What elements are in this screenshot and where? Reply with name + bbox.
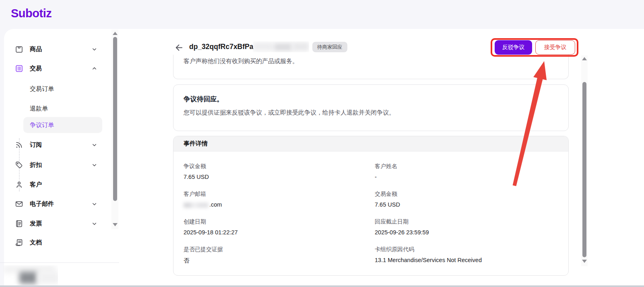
scroll-down-arrow-icon[interactable] xyxy=(582,260,587,263)
field-dispute-amount: 争议金额 7.65 USD xyxy=(184,163,375,191)
scroll-down-arrow-icon[interactable] xyxy=(113,223,118,226)
redacted-email-block xyxy=(184,203,208,208)
package-icon xyxy=(14,45,23,53)
scroll-up-arrow-icon[interactable] xyxy=(113,32,118,35)
claim-text: 客户声称他们没有收到购买的产品或服务。 xyxy=(184,57,568,65)
field-response-deadline: 回应截止日期 2025-09-26 23:59:59 xyxy=(375,218,568,246)
dispute-id-redacted xyxy=(253,41,309,52)
field-value: 13.1 Merchandise/Services Not Received xyxy=(375,257,568,263)
sidebar-item-products[interactable]: 商品 xyxy=(10,41,103,57)
sidebar-item-transaction-orders[interactable]: 交易订单 xyxy=(23,81,102,97)
field-created-date: 创建日期 2025-09-18 01:22:27 xyxy=(184,218,375,246)
event-details-header: 事件详情 xyxy=(173,136,568,152)
field-customer-name: 客户姓名 - xyxy=(375,163,568,191)
rebut-dispute-button[interactable]: 反驳争议 xyxy=(495,40,532,55)
window-bottom-edge xyxy=(0,285,644,287)
submenu-item-label: 退款单 xyxy=(30,105,48,113)
accept-dispute-button[interactable]: 接受争议 xyxy=(535,40,575,55)
sidebar-item-docs[interactable]: 文档 xyxy=(10,234,103,250)
sidebar-footer-divider xyxy=(0,262,119,263)
field-label: 交易金额 xyxy=(375,191,568,198)
submenu-item-label: 争议订单 xyxy=(30,121,54,129)
account-avatar-redacted[interactable] xyxy=(3,265,58,285)
sidebar-item-subscriptions[interactable]: 订阅 xyxy=(10,137,103,153)
rss-icon xyxy=(14,140,23,149)
scroll-up-arrow-icon[interactable] xyxy=(582,57,587,60)
field-customer-email: 客户邮箱 .com xyxy=(184,191,375,218)
main-scrollbar[interactable] xyxy=(581,55,588,266)
event-details-title: 事件详情 xyxy=(184,140,208,148)
field-value: 7.65 USD xyxy=(184,174,375,180)
field-label: 是否已提交证据 xyxy=(184,246,375,253)
sidebar-item-label: 客户 xyxy=(30,181,42,189)
sidebar-item-label: 文档 xyxy=(30,239,42,246)
sidebar-item-label: 发票 xyxy=(30,220,42,228)
sidebar-item-refund-orders[interactable]: 退款单 xyxy=(23,100,102,117)
scrollbar-thumb[interactable] xyxy=(582,82,586,257)
field-label: 回应截止日期 xyxy=(375,218,568,226)
page-title: dp_32qqfRc7xBfPa xyxy=(189,43,254,51)
chevron-down-icon xyxy=(91,221,97,227)
field-label: 卡组织原因代码 xyxy=(375,246,568,253)
sidebar-item-discounts[interactable]: 折扣 xyxy=(10,157,103,173)
field-value: .com xyxy=(184,201,375,208)
submenu-item-label: 交易订单 xyxy=(30,85,54,93)
tag-icon xyxy=(14,160,23,169)
chevron-up-icon xyxy=(91,66,97,72)
app-window: Subotiz 商品 交易 交易订单 退款单 xyxy=(0,0,644,287)
brand-logo[interactable]: Subotiz xyxy=(11,7,52,20)
notice-description: 您可以提供证据来反驳该争议，或立即接受此争议，给持卡人退款并关闭争议。 xyxy=(184,109,568,117)
field-value: - xyxy=(375,174,568,180)
sidebar-item-email[interactable]: 电子邮件 xyxy=(10,196,103,212)
document-icon xyxy=(14,238,23,247)
list-icon xyxy=(14,64,23,73)
sidebar-scrollbar[interactable] xyxy=(111,30,118,229)
sidebar-item-label: 交易 xyxy=(30,65,42,72)
field-value: 2025-09-26 23:59:59 xyxy=(375,229,568,236)
scrollbar-thumb[interactable] xyxy=(113,37,117,201)
chevron-down-icon xyxy=(91,201,97,207)
invoice-icon xyxy=(14,219,23,228)
sidebar-item-label: 订阅 xyxy=(30,141,42,149)
mail-icon xyxy=(14,199,23,208)
field-evidence-submitted: 是否已提交证据 否 xyxy=(184,246,375,274)
field-value: 7.65 USD xyxy=(375,201,568,208)
sidebar-item-transactions[interactable]: 交易 xyxy=(10,60,103,76)
sidebar-item-label: 商品 xyxy=(30,45,42,53)
dispute-claim-card: 客户声称他们没有收到购买的产品或服务。 xyxy=(173,55,569,79)
field-reason-code: 卡组织原因代码 13.1 Merchandise/Services Not Re… xyxy=(375,246,568,274)
person-icon xyxy=(14,180,23,189)
status-badge: 待商家回应 xyxy=(312,42,347,52)
sidebar-item-customers[interactable]: 客户 xyxy=(10,176,103,193)
field-label: 客户邮箱 xyxy=(184,191,375,198)
top-header: Subotiz xyxy=(0,0,644,29)
event-details-grid: 争议金额 7.65 USD 客户姓名 - 客户邮箱 .com 交易金额 7.65… xyxy=(173,152,568,274)
sidebar-item-invoices[interactable]: 发票 xyxy=(10,215,103,232)
arrow-left-icon xyxy=(174,43,184,52)
field-label: 争议金额 xyxy=(184,163,375,170)
chevron-down-icon xyxy=(91,142,97,148)
field-value: 否 xyxy=(184,257,375,264)
notice-title: 争议待回应。 xyxy=(184,95,568,104)
back-button[interactable] xyxy=(173,42,184,53)
chevron-down-icon xyxy=(91,162,97,168)
field-label: 客户姓名 xyxy=(375,163,568,170)
sidebar-item-label: 电子邮件 xyxy=(30,200,54,208)
field-label: 创建日期 xyxy=(184,218,375,226)
sidebar-item-dispute-orders[interactable]: 争议订单 xyxy=(23,117,102,133)
sidebar: 商品 交易 交易订单 退款单 争议订单 xyxy=(0,29,119,287)
field-transaction-amount: 交易金额 7.65 USD xyxy=(375,191,568,218)
event-details-card: 事件详情 争议金额 7.65 USD 客户姓名 - 客户邮箱 .com 交易金额… xyxy=(173,136,569,276)
field-value: 2025-09-18 01:22:27 xyxy=(184,229,375,236)
chevron-down-icon xyxy=(91,46,97,52)
dispute-notice-card: 争议待回应。 您可以提供证据来反驳该争议，或立即接受此争议，给持卡人退款并关闭争… xyxy=(173,84,569,131)
sidebar-item-label: 折扣 xyxy=(30,161,42,169)
